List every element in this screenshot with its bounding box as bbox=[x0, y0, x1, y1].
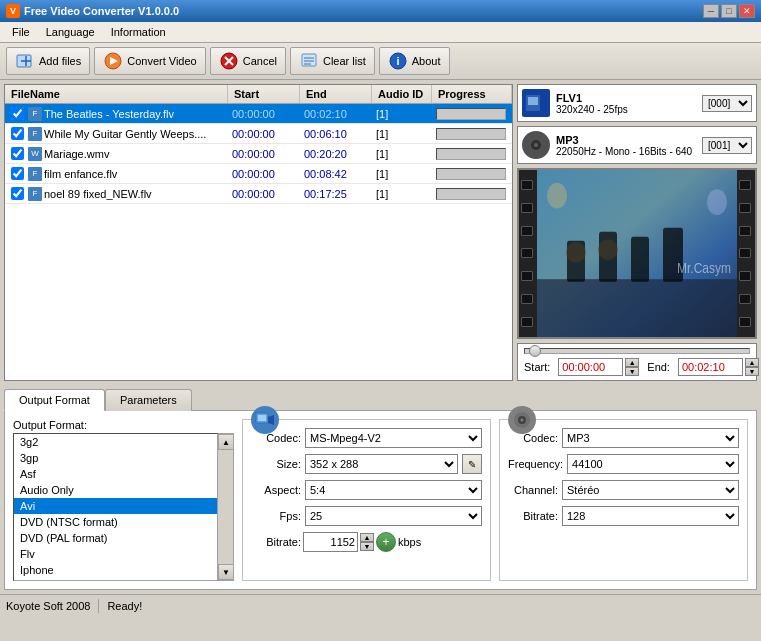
window-controls: ─ □ ✕ bbox=[703, 4, 755, 18]
file-type-icon: F bbox=[28, 107, 42, 121]
video-track-select: [000] bbox=[702, 95, 752, 112]
list-item[interactable]: DVD (PAL format) bbox=[14, 530, 217, 546]
film-hole bbox=[521, 248, 533, 258]
bitrate-row: Bitrate: 1152 ▲ ▼ + kbps bbox=[251, 532, 482, 552]
video-fps-select[interactable]: 25 bbox=[305, 506, 482, 526]
table-row[interactable]: F While My Guitar Gently Weeps.... 00:00… bbox=[5, 124, 512, 144]
aspect-row: Aspect: 5:4 bbox=[251, 480, 482, 500]
col-start-header[interactable]: Start bbox=[228, 85, 300, 103]
table-row[interactable]: W Mariage.wmv 00:00:00 00:20:20 [1] bbox=[5, 144, 512, 164]
file-progress bbox=[432, 108, 512, 120]
start-time-down[interactable]: ▼ bbox=[625, 367, 639, 376]
audio-track-dropdown[interactable]: [001] bbox=[702, 137, 752, 154]
end-time-down[interactable]: ▼ bbox=[745, 367, 759, 376]
video-codec-select[interactable]: MS-Mpeg4-V2 bbox=[305, 428, 482, 448]
video-bitrate-input[interactable]: 1152 bbox=[303, 532, 358, 552]
scroll-track[interactable] bbox=[218, 450, 233, 564]
time-controls: Start: 00:00:00 ▲ ▼ End: 00:02:10 ▲ ▼ bbox=[524, 358, 750, 376]
status-bar: Koyote Soft 2008 Ready! bbox=[0, 594, 761, 616]
file-checkbox[interactable] bbox=[11, 167, 24, 180]
scroll-down-button[interactable]: ▼ bbox=[218, 564, 234, 580]
maximize-button[interactable]: □ bbox=[721, 4, 737, 18]
svg-marker-15 bbox=[540, 97, 546, 109]
list-item[interactable]: Iphone bbox=[14, 562, 217, 578]
list-item[interactable]: 3g2 bbox=[14, 434, 217, 450]
end-time-spinners: ▲ ▼ bbox=[745, 358, 759, 376]
film-hole bbox=[521, 317, 533, 327]
tab-output-format[interactable]: Output Format bbox=[4, 389, 105, 411]
file-checkbox[interactable] bbox=[11, 147, 24, 160]
seek-thumb[interactable] bbox=[529, 345, 541, 357]
bitrate-down[interactable]: ▼ bbox=[360, 542, 374, 551]
col-end-header[interactable]: End bbox=[300, 85, 372, 103]
end-time-input[interactable]: 00:02:10 bbox=[678, 358, 743, 376]
video-preview: Mr.Casym bbox=[517, 168, 757, 339]
start-time-input[interactable]: 00:00:00 bbox=[558, 358, 623, 376]
file-type-icon: W bbox=[28, 147, 42, 161]
format-list[interactable]: 3g2 3gp Asf Audio Only Avi DVD (NTSC for… bbox=[13, 433, 218, 581]
list-item[interactable]: 3gp bbox=[14, 450, 217, 466]
table-row[interactable]: F film enfance.flv 00:00:00 00:08:42 [1] bbox=[5, 164, 512, 184]
file-list-panel: FileName Start End Audio ID Progress F T… bbox=[4, 84, 513, 381]
file-start: 00:00:00 bbox=[228, 108, 300, 120]
col-filename-header[interactable]: FileName bbox=[5, 85, 228, 103]
cancel-button[interactable]: Cancel bbox=[210, 47, 286, 75]
end-time-up[interactable]: ▲ bbox=[745, 358, 759, 367]
file-start: 00:00:00 bbox=[228, 128, 300, 140]
menu-bar: File Language Information bbox=[0, 22, 761, 43]
file-name-cell: F While My Guitar Gently Weeps.... bbox=[5, 127, 228, 141]
start-time-up[interactable]: ▲ bbox=[625, 358, 639, 367]
file-checkbox[interactable] bbox=[11, 187, 24, 200]
table-row[interactable]: F The Beatles - Yesterday.flv 00:00:00 0… bbox=[5, 104, 512, 124]
svg-rect-23 bbox=[631, 237, 649, 282]
list-item[interactable]: Asf bbox=[14, 466, 217, 482]
menu-file[interactable]: File bbox=[4, 24, 38, 40]
file-name: The Beatles - Yesterday.flv bbox=[44, 108, 174, 120]
bitrate-up[interactable]: ▲ bbox=[360, 533, 374, 542]
video-aspect-select[interactable]: 5:4 bbox=[305, 480, 482, 500]
tab-parameters[interactable]: Parameters bbox=[105, 389, 192, 411]
video-track-dropdown[interactable]: [000] bbox=[702, 95, 752, 112]
bitrate-add-button[interactable]: + bbox=[376, 532, 396, 552]
close-button[interactable]: ✕ bbox=[739, 4, 755, 18]
file-start: 00:00:00 bbox=[228, 168, 300, 180]
svg-rect-14 bbox=[528, 97, 538, 105]
list-item[interactable]: Flv bbox=[14, 546, 217, 562]
audio-codec-select[interactable]: MP3 bbox=[562, 428, 739, 448]
audio-frequency-select[interactable]: 44100 bbox=[567, 454, 739, 474]
file-checkbox[interactable] bbox=[11, 107, 24, 120]
table-row[interactable]: F noel 89 fixed_NEW.flv 00:00:00 00:17:2… bbox=[5, 184, 512, 204]
svg-rect-20 bbox=[537, 279, 737, 337]
menu-information[interactable]: Information bbox=[103, 24, 174, 40]
col-progress-header[interactable]: Progress bbox=[432, 85, 512, 103]
scroll-up-button[interactable]: ▲ bbox=[218, 434, 234, 450]
convert-video-button[interactable]: Convert Video bbox=[94, 47, 206, 75]
audio-channel-select[interactable]: Stéréo bbox=[562, 480, 739, 500]
menu-language[interactable]: Language bbox=[38, 24, 103, 40]
file-end: 00:08:42 bbox=[300, 168, 372, 180]
list-item[interactable]: Ipod bbox=[14, 578, 217, 581]
minimize-button[interactable]: ─ bbox=[703, 4, 719, 18]
tab-content: Output Format: 3g2 3gp Asf Audio Only Av… bbox=[4, 410, 757, 590]
seek-bar[interactable] bbox=[524, 348, 750, 354]
list-item-avi[interactable]: Avi bbox=[14, 498, 217, 514]
file-progress bbox=[432, 148, 512, 160]
file-name-cell: F film enfance.flv bbox=[5, 167, 228, 181]
film-hole bbox=[739, 180, 751, 190]
audio-bitrate-select[interactable]: 128 bbox=[562, 506, 739, 526]
file-checkbox[interactable] bbox=[11, 127, 24, 140]
list-item[interactable]: DVD (NTSC format) bbox=[14, 514, 217, 530]
film-hole bbox=[739, 317, 751, 327]
list-item-audio-only[interactable]: Audio Only bbox=[14, 482, 217, 498]
audio-format-icon bbox=[522, 131, 550, 159]
status-divider bbox=[98, 599, 99, 613]
size-label: Size: bbox=[251, 458, 301, 470]
about-button[interactable]: i About bbox=[379, 47, 450, 75]
size-edit-button[interactable]: ✎ bbox=[462, 454, 482, 474]
video-size-select[interactable]: 352 x 288 bbox=[305, 454, 458, 474]
audio-format-name: MP3 bbox=[556, 134, 696, 146]
svg-point-29 bbox=[707, 189, 727, 215]
col-audio-header[interactable]: Audio ID bbox=[372, 85, 432, 103]
clear-list-button[interactable]: Clear list bbox=[290, 47, 375, 75]
add-files-button[interactable]: Add files bbox=[6, 47, 90, 75]
